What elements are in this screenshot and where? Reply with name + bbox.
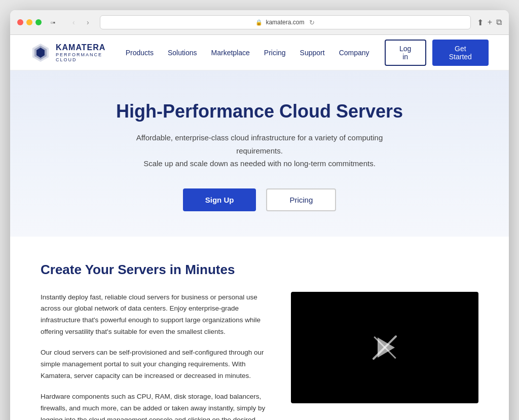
hero-title: High-Performance Cloud Servers	[30, 101, 489, 122]
logo[interactable]: KAMATERA PERFORMANCE CLOUD	[30, 43, 126, 63]
url-text: kamatera.com	[266, 19, 304, 26]
text-column: Instantly deploy fast, reliable cloud se…	[41, 292, 266, 421]
browser-titlebar: ▫▪ ‹ › 🔒 kamatera.com ↻ ⬆ + ⧉	[10, 10, 509, 35]
para-1: Instantly deploy fast, reliable cloud se…	[41, 292, 266, 338]
nav-links: Products Solutions Marketplace Pricing S…	[126, 49, 369, 57]
back-button[interactable]: ‹	[67, 16, 80, 28]
pricing-button[interactable]: Pricing	[266, 188, 336, 211]
para-3: Hardware components such as CPU, RAM, di…	[41, 391, 266, 420]
close-button[interactable]	[17, 19, 23, 25]
play-icon	[369, 332, 400, 363]
maximize-button[interactable]	[35, 19, 42, 25]
nav-actions: Log in Get Started	[385, 40, 489, 66]
logo-text: KAMATERA PERFORMANCE CLOUD	[56, 43, 126, 62]
security-icon: 🔒	[255, 19, 263, 26]
forward-button[interactable]: ›	[82, 16, 94, 28]
nav-pricing[interactable]: Pricing	[264, 49, 286, 57]
hero-subtitle-line2: Scale up and scale down as needed with n…	[143, 159, 376, 168]
minimize-button[interactable]	[26, 19, 32, 25]
share-icon[interactable]: ⬆	[477, 18, 484, 27]
window-controls	[17, 19, 42, 25]
main-section: Create Your Servers in Minutes Instantly…	[10, 237, 509, 421]
section-title: Create Your Servers in Minutes	[41, 262, 478, 278]
navbar: KAMATERA PERFORMANCE CLOUD Products Solu…	[10, 35, 509, 70]
logo-sub: PERFORMANCE CLOUD	[56, 52, 126, 62]
reload-icon[interactable]: ↻	[309, 19, 315, 26]
get-started-button[interactable]: Get Started	[432, 40, 489, 66]
login-button[interactable]: Log in	[385, 40, 426, 66]
two-col-layout: Instantly deploy fast, reliable cloud se…	[41, 292, 478, 421]
nav-marketplace[interactable]: Marketplace	[211, 49, 250, 57]
nav-company[interactable]: Company	[339, 49, 369, 57]
play-button[interactable]	[369, 332, 400, 363]
signup-button[interactable]: Sign Up	[183, 188, 256, 211]
video-column	[291, 292, 478, 403]
hero-section: High-Performance Cloud Servers Affordabl…	[10, 70, 509, 237]
tabs-icon[interactable]: ⧉	[496, 18, 502, 27]
hero-subtitle: Affordable, enterprise-class cloud infra…	[118, 131, 401, 170]
window-menu: ▫▪	[48, 18, 58, 27]
browser-action-buttons: ⬆ + ⧉	[477, 18, 502, 27]
logo-icon	[30, 43, 51, 63]
page-content: KAMATERA PERFORMANCE CLOUD Products Solu…	[10, 35, 509, 420]
view-icon[interactable]: ▫▪	[48, 18, 58, 27]
nav-products[interactable]: Products	[126, 49, 154, 57]
hero-subtitle-line1: Affordable, enterprise-class cloud infra…	[136, 133, 383, 155]
address-bar[interactable]: 🔒 kamatera.com ↻	[100, 15, 470, 29]
navigation-arrows: ‹ ›	[67, 16, 94, 28]
para-2: Our cloud servers can be self-provisione…	[41, 347, 266, 382]
logo-name: KAMATERA	[56, 43, 126, 52]
video-player[interactable]	[291, 292, 478, 403]
nav-support[interactable]: Support	[300, 49, 325, 57]
new-tab-icon[interactable]: +	[488, 18, 492, 27]
browser-window: ▫▪ ‹ › 🔒 kamatera.com ↻ ⬆ + ⧉	[10, 10, 509, 420]
nav-solutions[interactable]: Solutions	[168, 49, 197, 57]
hero-buttons: Sign Up Pricing	[30, 188, 489, 211]
